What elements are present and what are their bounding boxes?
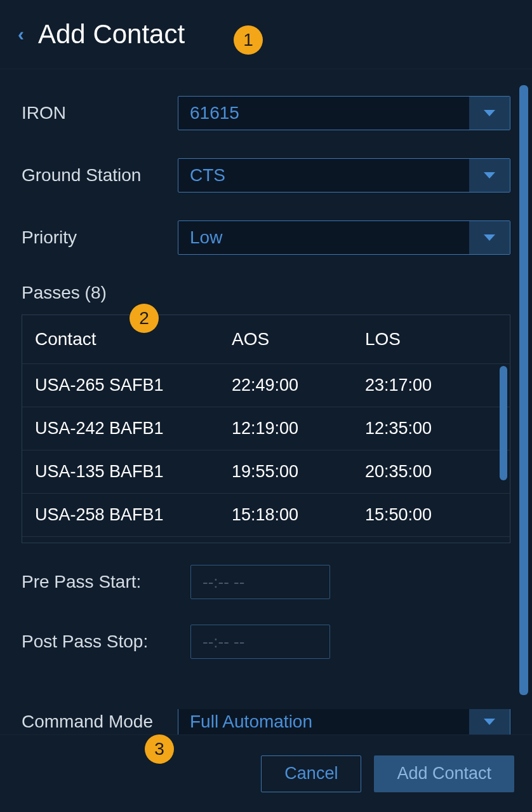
priority-label: Priority [22, 227, 178, 248]
priority-value: Low [190, 227, 222, 248]
iron-value: 61615 [190, 103, 239, 123]
cell-contact: USA-242 BAFB1 [35, 419, 232, 438]
post-pass-stop-label: Post Pass Stop: [22, 632, 190, 652]
iron-label: IRON [22, 103, 178, 123]
passes-table: Contact AOS LOS USA-265 SAFB1 22:49:00 2… [22, 315, 510, 543]
command-mode-row: Command Mode Full Automation [22, 709, 510, 734]
panel-header: ‹ Add Contact [0, 0, 532, 69]
table-row[interactable]: USA-242 BAFB1 12:19:00 12:35:00 [22, 407, 510, 450]
cell-los: 12:35:00 [365, 419, 497, 438]
iron-select[interactable]: 61615 [178, 96, 510, 130]
command-mode-label: Command Mode [22, 712, 178, 732]
add-contact-panel: ‹ Add Contact 1 2 3 IRON 61615 Ground St… [0, 0, 532, 812]
col-header-aos: AOS [232, 329, 365, 349]
page-title: Add Contact [38, 19, 185, 50]
panel-footer: Cancel Add Contact [0, 734, 532, 812]
chevron-down-icon [469, 97, 510, 130]
cell-aos: 19:55:00 [232, 462, 365, 482]
cell-contact: USA-135 BAFB1 [35, 462, 232, 482]
table-row[interactable]: USA-135 BAFB1 19:55:00 20:35:00 [22, 450, 510, 493]
table-scrollbar[interactable] [500, 366, 507, 480]
ground-station-row: Ground Station CTS [22, 158, 510, 193]
cell-contact: USA-265 SAFB1 [35, 376, 232, 395]
cell-los: 20:35:00 [365, 462, 497, 482]
table-row[interactable]: USA-258 BAFB1 15:18:00 15:50:00 [22, 493, 510, 536]
col-header-contact: Contact [35, 329, 232, 349]
add-contact-button-label: Add Contact [397, 764, 491, 783]
cell-los: 15:50:00 [365, 505, 497, 525]
cell-aos: 22:49:00 [232, 376, 365, 395]
priority-row: Priority Low [22, 220, 510, 255]
pre-pass-start-input[interactable]: --:-- -- [190, 565, 330, 599]
passes-label: Passes (8) [22, 283, 510, 303]
cell-los: 23:17:00 [365, 376, 497, 395]
panel-body: IRON 61615 Ground Station CTS Priority L… [0, 69, 532, 734]
ground-station-label: Ground Station [22, 165, 178, 186]
passes-table-header: Contact AOS LOS [22, 315, 510, 363]
cell-aos: 12:19:00 [232, 419, 365, 438]
cancel-button[interactable]: Cancel [261, 755, 361, 792]
table-overflow-edge [22, 536, 510, 543]
cancel-button-label: Cancel [284, 764, 338, 783]
annotation-marker-1: 1 [234, 25, 263, 55]
iron-row: IRON 61615 [22, 96, 510, 130]
chevron-down-icon [469, 159, 510, 192]
annotation-marker-2: 2 [130, 304, 159, 333]
add-contact-button[interactable]: Add Contact [374, 755, 514, 792]
pre-pass-start-placeholder: --:-- -- [203, 572, 244, 592]
table-row[interactable]: USA-265 SAFB1 22:49:00 23:17:00 [22, 363, 510, 407]
cell-contact: USA-258 BAFB1 [35, 505, 232, 525]
command-mode-value: Full Automation [190, 712, 312, 732]
cell-aos: 15:18:00 [232, 505, 365, 525]
back-icon[interactable]: ‹ [18, 25, 24, 44]
chevron-down-icon [469, 709, 510, 734]
pre-pass-start-label: Pre Pass Start: [22, 572, 190, 592]
annotation-marker-3: 3 [145, 734, 174, 764]
pre-pass-start-row: Pre Pass Start: --:-- -- [22, 565, 510, 599]
chevron-down-icon [469, 221, 510, 254]
col-header-los: LOS [365, 329, 497, 349]
command-mode-select[interactable]: Full Automation [178, 709, 510, 734]
ground-station-select[interactable]: CTS [178, 158, 510, 193]
ground-station-value: CTS [190, 165, 225, 186]
panel-scrollbar[interactable] [519, 85, 528, 695]
priority-select[interactable]: Low [178, 220, 510, 255]
post-pass-stop-input[interactable]: --:-- -- [190, 625, 330, 659]
post-pass-stop-row: Post Pass Stop: --:-- -- [22, 625, 510, 659]
post-pass-stop-placeholder: --:-- -- [203, 632, 244, 652]
